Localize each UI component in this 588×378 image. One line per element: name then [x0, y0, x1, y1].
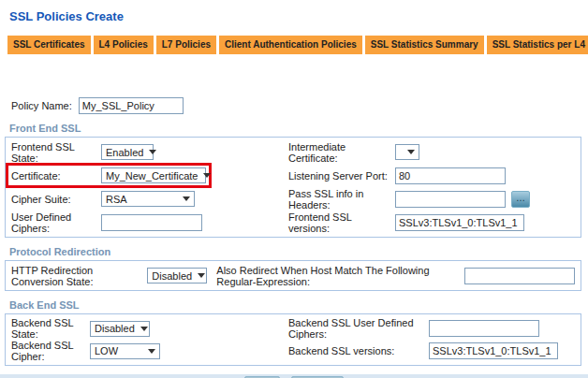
backend-ssl-state-value: Disabled	[95, 323, 135, 334]
pass-ssl-info-row: Pass SSL info in Headers: …	[288, 187, 575, 211]
tab-l4-policies[interactable]: L4 Policies	[94, 36, 154, 54]
dropdown-arrow-icon	[183, 196, 190, 201]
also-redirect-regex-input[interactable]	[464, 268, 575, 284]
tab-ssl-statistics-per-l4-policy[interactable]: SSL Statistics per L4 Policy	[487, 36, 588, 54]
dropdown-arrow-icon	[148, 349, 155, 354]
intermediate-certificate-select[interactable]	[395, 144, 419, 160]
intermediate-certificate-label: Intermediate Certificate:	[288, 141, 395, 164]
pass-ssl-info-label: Pass SSL info in Headers:	[288, 188, 395, 211]
dropdown-arrow-icon	[140, 327, 148, 331]
backend-ssl-cipher-row: Backend SSL Cipher: LOW	[11, 340, 288, 362]
dropdown-arrow-icon	[407, 150, 415, 154]
certificate-highlight-box: Certificate: My_New_Certificate	[6, 163, 212, 188]
dropdown-arrow-icon	[198, 273, 205, 278]
tab-ssl-certificates[interactable]: SSL Certificates	[7, 36, 91, 54]
frontend-ssl-state-label: Frontend SSL State:	[11, 141, 101, 164]
frontend-ssl-state-value: Enabled	[106, 147, 143, 158]
policy-name-row: Policy Name:	[11, 97, 588, 114]
backend-ssl-cipher-value: LOW	[95, 345, 118, 356]
back-end-ssl-box: Backend SSL State: Disabled Backend SSL …	[5, 313, 581, 366]
browse-button[interactable]: …	[511, 191, 530, 208]
listening-server-port-row: Listening Server Port:	[288, 164, 575, 187]
back-end-ssl-section-title: Back End SSL	[9, 299, 588, 311]
cipher-suite-select[interactable]: RSA	[101, 191, 195, 207]
certificate-select[interactable]: My_New_Certificate	[101, 167, 206, 183]
frontend-ssl-state-row: Frontend SSL State: Enabled	[11, 140, 288, 164]
cipher-suite-value: RSA	[106, 194, 127, 205]
ssl-policies-create-page: SSL Policies Create SSL Certificates L4 …	[0, 0, 588, 378]
ellipsis-icon: …	[516, 193, 525, 203]
frontend-ssl-versions-input[interactable]	[395, 214, 524, 231]
front-end-ssl-right-column: Intermediate Certificate: Listening Serv…	[288, 140, 575, 234]
certificate-label: Certificate:	[11, 170, 101, 182]
also-redirect-regex-label: Also Redirect When Host Match The Follow…	[216, 265, 459, 287]
cipher-suite-label: Cipher Suite:	[11, 194, 101, 205]
tab-l7-policies[interactable]: L7 Policies	[156, 36, 216, 54]
page-title: SSL Policies Create	[0, 0, 588, 23]
user-defined-ciphers-label: User Defined Ciphers:	[11, 211, 101, 234]
cipher-suite-row: Cipher Suite: RSA	[11, 187, 288, 211]
tab-client-authentication-policies[interactable]: Client Authentication Policies	[219, 36, 362, 54]
policy-name-label: Policy Name:	[11, 100, 72, 111]
frontend-ssl-versions-label: Frontend SSL versions:	[288, 211, 395, 234]
backend-ssl-state-row: Backend SSL State: Disabled	[11, 317, 288, 340]
backend-ssl-versions-row: Backend SSL versions:	[288, 340, 575, 362]
front-end-ssl-section-title: Front End SSL	[9, 123, 588, 134]
user-defined-ciphers-row: User Defined Ciphers:	[11, 211, 288, 234]
front-end-ssl-box: Frontend SSL State: Enabled Certificate:…	[5, 137, 581, 238]
backend-ssl-versions-input[interactable]	[429, 342, 558, 359]
dropdown-arrow-icon	[203, 173, 211, 178]
http-redirection-state-label: HTTP Redirection Conversion State:	[11, 265, 141, 287]
backend-user-defined-ciphers-row: Backend SSL User Defined Ciphers:	[288, 317, 575, 340]
backend-user-defined-ciphers-input[interactable]	[429, 320, 539, 337]
protocol-redirection-box: HTTP Redirection Conversion State: Disab…	[5, 260, 581, 291]
listening-server-port-input[interactable]	[395, 167, 506, 184]
tab-bar: SSL Certificates L4 Policies L7 Policies…	[7, 36, 588, 54]
backend-ssl-cipher-label: Backend SSL Cipher:	[11, 340, 90, 362]
backend-ssl-state-label: Backend SSL State:	[11, 317, 90, 340]
http-redirection-state-select[interactable]: Disabled	[147, 268, 207, 284]
dropdown-arrow-icon	[149, 150, 156, 154]
http-redirection-state-value: Disabled	[152, 270, 192, 282]
back-end-ssl-left-column: Backend SSL State: Disabled Backend SSL …	[11, 317, 288, 362]
intermediate-certificate-row: Intermediate Certificate:	[288, 140, 575, 164]
pass-ssl-info-input[interactable]	[395, 191, 506, 208]
footer-action-bar: Set Cancel	[0, 374, 588, 378]
front-end-ssl-left-column: Frontend SSL State: Enabled Certificate:…	[11, 140, 288, 234]
listening-server-port-label: Listening Server Port:	[288, 170, 395, 182]
back-end-ssl-right-column: Backend SSL User Defined Ciphers: Backen…	[288, 317, 575, 362]
frontend-ssl-state-select[interactable]: Enabled	[101, 144, 154, 160]
backend-ssl-versions-label: Backend SSL versions:	[288, 345, 429, 356]
certificate-value: My_New_Certificate	[106, 170, 198, 182]
backend-user-defined-ciphers-label: Backend SSL User Defined Ciphers:	[288, 317, 429, 340]
frontend-ssl-versions-row: Frontend SSL versions:	[288, 211, 575, 234]
protocol-redirection-section-title: Protocol Redirection	[9, 246, 588, 257]
backend-ssl-cipher-select[interactable]: LOW	[90, 343, 160, 359]
backend-ssl-state-select[interactable]: Disabled	[90, 321, 150, 337]
tab-ssl-statistics-summary[interactable]: SSL Statistics Summary	[365, 36, 484, 54]
policy-name-input[interactable]	[79, 97, 184, 114]
user-defined-ciphers-input[interactable]	[101, 214, 202, 231]
